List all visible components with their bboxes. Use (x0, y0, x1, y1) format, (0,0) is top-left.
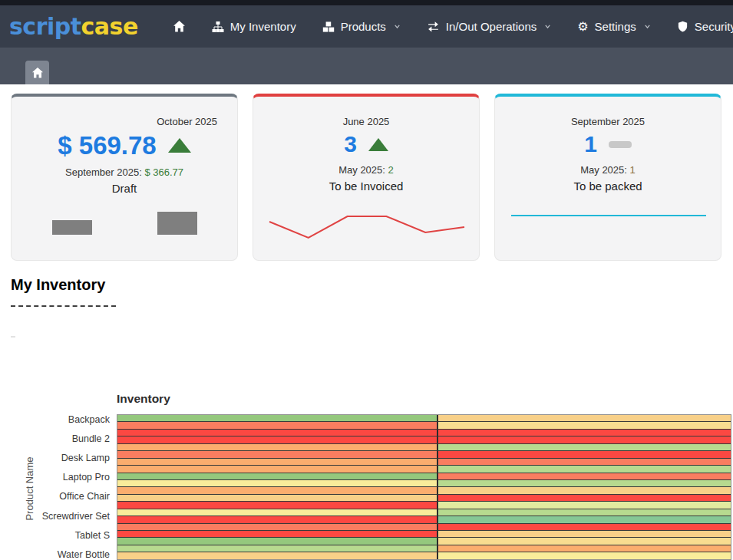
heatmap-cell (437, 531, 731, 538)
trend-up-icon (168, 138, 191, 153)
exchange-icon (427, 20, 440, 33)
kpi-previous-label: May 2025: (580, 164, 627, 176)
nav-item-home[interactable] (160, 12, 199, 41)
logo-part2: case (81, 13, 138, 40)
home-icon (173, 20, 186, 33)
heatmap-cell (437, 502, 731, 509)
nav-item-label: Security (695, 20, 733, 33)
heatmap-cell (117, 524, 437, 531)
kpi-previous: May 2025: 1 (495, 164, 721, 176)
chevron-down-icon (394, 23, 401, 30)
kpi-value: $ 569.78 (58, 133, 156, 158)
y-tick-label: Screwdriver Set (0, 511, 114, 522)
kpi-period: June 2025 (253, 116, 479, 127)
nav-item-security[interactable]: Security (664, 12, 733, 41)
heatmap-cell (437, 451, 731, 458)
sitemap-icon (212, 21, 224, 33)
y-tick-label: Water Bottle (0, 549, 114, 560)
home-icon (31, 67, 44, 79)
heatmap-cell (117, 444, 437, 451)
kpi-previous-value: 2 (388, 164, 394, 176)
kpi-status: Draft (12, 182, 237, 195)
nav-item-inout-operations[interactable]: In/Out Operations (414, 12, 564, 41)
heatmap-cell (437, 487, 731, 494)
chevron-down-icon (644, 23, 651, 30)
heatmap-cell (117, 509, 437, 516)
heatmap-cell (437, 524, 731, 531)
y-tick-label: Desk Lamp (0, 453, 114, 464)
kpi-period: October 2025 (12, 116, 237, 127)
nav-item-my-inventory[interactable]: My Inventory (199, 12, 309, 41)
kpi-card-draft: October 2025 $ 569.78 September 2025: $ … (11, 94, 238, 261)
trend-flat-icon (609, 141, 632, 148)
kpi-status: To be Invoiced (253, 180, 479, 193)
heatmap-cell (437, 459, 731, 466)
section-divider (11, 305, 116, 307)
mini-bar (157, 212, 197, 235)
kpi-value: 1 (584, 133, 597, 156)
kpi-previous-label: September 2025: (65, 166, 142, 178)
kpi-status: To be packed (495, 180, 721, 193)
heatmap-cell (437, 545, 731, 552)
heatmap-cell (117, 415, 437, 422)
heatmap-cell (437, 415, 731, 422)
kpi-previous: September 2025: $ 366.77 (12, 166, 237, 178)
nav-item-label: Settings (595, 20, 636, 33)
heatmap-cell (117, 480, 437, 487)
heatmap-cell (437, 516, 731, 523)
app-logo[interactable]: scriptcase (9, 13, 138, 40)
kpi-card-to-be-packed: September 2025 1 May 2025: 1 To be packe… (494, 94, 721, 261)
nav-item-label: My Inventory (230, 20, 296, 33)
heatmap-cell (437, 538, 731, 545)
y-tick-label: Office Chair (0, 491, 114, 502)
page-title: My Inventory (11, 276, 105, 294)
heatmap-cell (117, 495, 437, 502)
y-tick-label: Laptop Pro (0, 472, 114, 483)
mini-bar-chart (12, 212, 237, 235)
heatmap-cell (437, 466, 731, 473)
kpi-previous-value: $ 366.77 (144, 166, 183, 178)
heatmap-cell (437, 422, 731, 429)
heatmap-cell (117, 459, 437, 466)
gears-icon: ⚙ (577, 21, 588, 33)
y-tick-label: Bundle 2 (0, 433, 114, 445)
chart-title: Inventory (117, 392, 170, 406)
heatmap-cell (117, 422, 437, 429)
heatmap-cell (117, 436, 437, 443)
heatmap-cell (117, 502, 437, 509)
nav-item-products[interactable]: Products (309, 12, 414, 41)
y-tick-label: Backpack (0, 414, 114, 426)
cubes-icon (322, 21, 335, 33)
heatmap-cell (437, 444, 731, 451)
heatmap-plot (117, 414, 731, 560)
inventory-heatmap: Inventory Product Name BackpackBundle 2D… (0, 387, 733, 560)
kpi-previous-label: May 2025: (338, 164, 385, 176)
faint-mark (11, 336, 15, 338)
nav-menu: My Inventory Products In/Out Operations … (160, 12, 733, 41)
heatmap-cell (437, 473, 731, 480)
mini-bar (52, 220, 92, 235)
nav-item-label: Products (341, 20, 386, 33)
heatmap-cell (117, 473, 437, 480)
nav-item-label: In/Out Operations (446, 20, 537, 33)
heatmap-cell (117, 516, 437, 523)
mini-line-chart (265, 212, 469, 242)
top-strip (0, 0, 733, 5)
y-tick-label: Tablet S (0, 530, 114, 542)
mini-line-chart (507, 200, 711, 231)
heatmap-cell (117, 487, 437, 494)
tab-bar (0, 48, 733, 84)
main-navbar: scriptcase My Inventory Products In/Out … (0, 5, 733, 48)
trend-up-icon (368, 138, 388, 151)
tab-home[interactable] (25, 61, 49, 84)
shield-icon (677, 21, 688, 32)
kpi-cards-row: October 2025 $ 569.78 September 2025: $ … (11, 94, 721, 261)
heatmap-cell (437, 430, 731, 436)
kpi-period: September 2025 (495, 116, 721, 127)
logo-part1: script (9, 13, 81, 40)
heatmap-cell (437, 509, 731, 516)
heatmap-cell (437, 436, 731, 443)
kpi-previous: May 2025: 2 (253, 164, 479, 176)
heatmap-cell (437, 495, 731, 502)
nav-item-settings[interactable]: ⚙ Settings (564, 12, 664, 41)
